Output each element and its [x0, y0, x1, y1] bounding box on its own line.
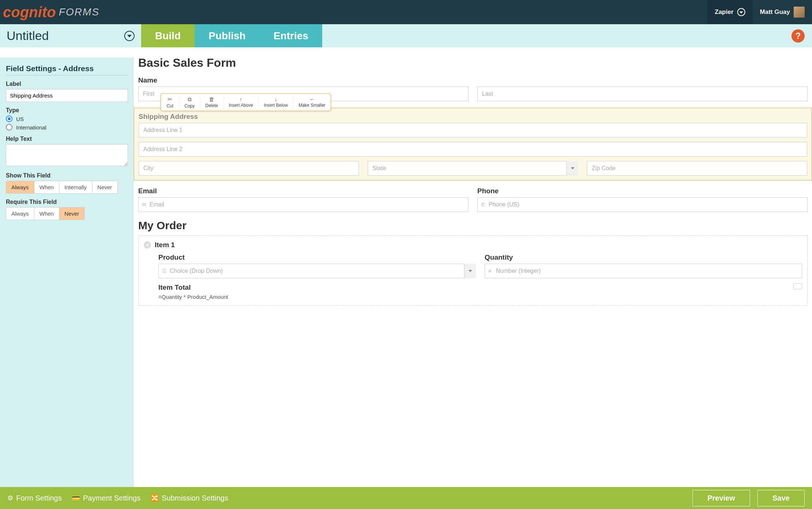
tab-build[interactable]: Build: [141, 24, 195, 47]
state-select[interactable]: [368, 161, 578, 176]
subheader: Untitled Build Publish Entries ?: [0, 24, 812, 47]
ctx-copy[interactable]: ⧉Copy: [179, 96, 200, 109]
require-when[interactable]: When: [34, 207, 59, 220]
label-heading: Label: [6, 81, 128, 87]
arrow-left-icon: ←: [309, 96, 315, 102]
help-text-input[interactable]: [6, 144, 128, 166]
require-always[interactable]: Always: [6, 207, 34, 220]
require-never[interactable]: Never: [59, 207, 85, 220]
ctx-make-smaller[interactable]: ←Make Smaller: [293, 96, 330, 109]
zapier-menu[interactable]: Zapier: [708, 0, 753, 24]
show-never[interactable]: Never: [92, 181, 118, 194]
type-heading: Type: [6, 107, 128, 114]
radio-us[interactable]: US: [6, 116, 128, 122]
tab-publish[interactable]: Publish: [195, 24, 260, 47]
ctx-insert-below[interactable]: ↓Insert Below: [258, 96, 293, 109]
tab-entries[interactable]: Entries: [260, 24, 322, 47]
zip-input[interactable]: [587, 161, 807, 176]
phone-input[interactable]: [477, 197, 808, 212]
radio-intl-label: International: [16, 124, 47, 131]
address-line1-input[interactable]: [139, 123, 807, 138]
item-total-label: Item Total: [158, 283, 228, 292]
logo[interactable]: cognito FORMS: [0, 4, 100, 21]
field-settings-panel: Field Settings - Address Label Type US I…: [0, 58, 134, 487]
phone-field[interactable]: Phone ✆: [477, 187, 808, 212]
show-always[interactable]: Always: [6, 181, 34, 194]
chevron-down-icon: [566, 161, 578, 176]
phone-label: Phone: [477, 187, 808, 195]
logo-cognito: cognito: [3, 4, 56, 20]
show-field-group: Always When Internally Never: [6, 181, 128, 194]
help-button[interactable]: ?: [791, 29, 805, 43]
city-input[interactable]: [139, 161, 359, 176]
avatar: [794, 7, 805, 18]
show-internally[interactable]: Internally: [59, 181, 92, 194]
radio-international[interactable]: International: [6, 124, 128, 131]
label-input[interactable]: [6, 89, 128, 102]
form-canvas-title: Basic Sales Form: [138, 56, 808, 70]
require-field-group: Always When Never: [6, 207, 128, 220]
product-label: Product: [158, 253, 476, 261]
product-field[interactable]: Product ☰: [158, 253, 476, 278]
order-repeat-section[interactable]: ✕ Item 1 Product ☰: [138, 235, 808, 305]
quantity-field[interactable]: Quantity #: [485, 253, 802, 278]
shipping-label: Shipping Address: [139, 113, 807, 121]
radio-icon: [6, 124, 12, 131]
order-section-title: My Order: [138, 219, 808, 232]
email-field[interactable]: Email ✉: [138, 187, 469, 212]
shipping-address-field[interactable]: ✂Cut ⧉Copy 🗑Delete ↑Insert Above ↓Insert…: [134, 108, 812, 180]
arrow-up-icon: ↑: [239, 96, 242, 102]
app-header: cognito FORMS Zapier Matt Guay: [0, 0, 812, 24]
copy-icon: ⧉: [188, 96, 192, 103]
envelope-icon: ✉: [142, 202, 146, 208]
sidebar-title: Field Settings - Address: [6, 64, 128, 76]
quantity-label: Quantity: [485, 253, 802, 261]
arrow-down-icon: ↓: [275, 96, 278, 102]
ctx-delete[interactable]: 🗑Delete: [200, 96, 224, 109]
state-input: [368, 161, 578, 176]
hash-icon: #: [488, 268, 491, 274]
remove-item-button[interactable]: ✕: [144, 241, 151, 249]
ctx-insert-above[interactable]: ↑Insert Above: [224, 96, 259, 109]
context-toolbar: ✂Cut ⧉Copy 🗑Delete ↑Insert Above ↓Insert…: [161, 94, 331, 111]
zapier-label: Zapier: [715, 8, 734, 16]
product-input: [158, 264, 476, 278]
email-input[interactable]: [138, 197, 469, 212]
name-label: Name: [138, 76, 808, 84]
help-text-heading: Help Text: [6, 136, 128, 142]
form-dropdown-icon[interactable]: [124, 31, 135, 41]
radio-icon: [6, 116, 12, 122]
card-icon: [793, 283, 802, 289]
main-tabs: Build Publish Entries: [141, 24, 322, 47]
form-title-area: Untitled: [0, 29, 141, 43]
radio-us-label: US: [16, 116, 24, 122]
user-name: Matt Guay: [760, 8, 790, 16]
require-field-heading: Require This Field: [6, 199, 128, 205]
form-canvas: Basic Sales Form Name ✂Cut ⧉Copy 🗑Delete…: [134, 47, 812, 487]
item-total-formula: =Quantity * Product_Amount: [158, 294, 228, 300]
body: Field Settings - Address Label Type US I…: [0, 47, 812, 487]
item-title: Item 1: [155, 241, 175, 249]
product-select[interactable]: ☰: [158, 264, 476, 278]
user-menu[interactable]: Matt Guay: [753, 0, 812, 24]
chevron-down-icon: [464, 264, 476, 278]
quantity-input[interactable]: [485, 264, 802, 278]
show-when[interactable]: When: [34, 181, 59, 194]
phone-icon: ✆: [481, 202, 485, 208]
last-name-input[interactable]: [477, 87, 808, 101]
scissors-icon: ✂: [168, 96, 172, 103]
chevron-down-icon: [737, 8, 745, 16]
address-line2-input[interactable]: [139, 142, 807, 157]
list-icon: ☰: [162, 268, 167, 274]
form-title: Untitled: [7, 29, 49, 43]
email-label: Email: [138, 187, 469, 195]
show-field-heading: Show This Field: [6, 172, 128, 179]
trash-icon: 🗑: [209, 96, 214, 102]
header-right: Zapier Matt Guay: [708, 0, 812, 24]
email-phone-row: Email ✉ Phone ✆: [138, 187, 808, 212]
logo-forms: FORMS: [59, 6, 99, 18]
ctx-cut[interactable]: ✂Cut: [161, 96, 179, 109]
